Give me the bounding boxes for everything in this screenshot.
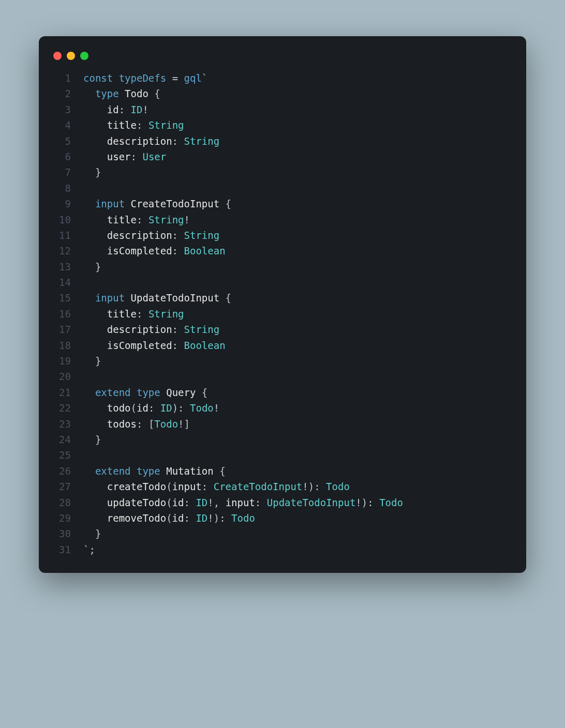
line-content[interactable]: updateTodo(id: ID!, input: UpdateTodoInp…: [83, 495, 403, 510]
code-line[interactable]: 28 updateTodo(id: ID!, input: UpdateTodo…: [53, 495, 512, 510]
token-plain: [83, 340, 107, 351]
code-line[interactable]: 3 id: ID!: [53, 102, 512, 117]
token-field: id: [137, 402, 148, 414]
line-content[interactable]: description: String: [83, 228, 219, 243]
code-line[interactable]: 21 extend type Query {: [53, 385, 512, 400]
code-line[interactable]: 25: [53, 447, 512, 463]
token-plain: [320, 481, 326, 492]
line-number: 7: [53, 164, 71, 180]
line-content[interactable]: title: String: [83, 306, 184, 322]
token-punct: ):: [172, 402, 184, 414]
code-line[interactable]: 19 }: [53, 353, 512, 369]
token-punct: (: [166, 481, 172, 492]
token-kw: type: [137, 465, 160, 477]
token-kw: const: [83, 72, 113, 84]
code-line[interactable]: 18 isCompleted: Boolean: [53, 338, 512, 353]
code-line[interactable]: 6 user: User: [53, 149, 512, 164]
code-line[interactable]: 12 isCompleted: Boolean: [53, 243, 512, 259]
code-line[interactable]: 2 type Todo {: [53, 86, 512, 101]
close-icon[interactable]: [53, 52, 62, 60]
token-punct: }: [95, 434, 101, 445]
token-plain: [214, 465, 219, 477]
code-line[interactable]: 17 description: String: [53, 322, 512, 337]
line-content[interactable]: }: [83, 259, 101, 275]
line-content[interactable]: type Todo {: [83, 86, 160, 101]
code-line[interactable]: 14: [53, 275, 512, 290]
line-content[interactable]: }: [83, 526, 101, 541]
code-line[interactable]: 15 input UpdateTodoInput {: [53, 290, 512, 306]
line-number: 10: [53, 212, 71, 228]
line-content[interactable]: extend type Query {: [83, 385, 207, 400]
token-punct: !: [184, 214, 190, 225]
token-plain: [142, 214, 148, 225]
token-plain: [83, 214, 107, 225]
line-content[interactable]: `;: [83, 542, 95, 557]
token-ty: String: [184, 230, 220, 241]
maximize-icon[interactable]: [80, 52, 88, 60]
code-line[interactable]: 4 title: String: [53, 117, 512, 133]
line-content[interactable]: id: ID!: [83, 102, 148, 117]
token-plain: [178, 324, 184, 335]
code-line[interactable]: 23 todos: [Todo!]: [53, 416, 512, 432]
code-line[interactable]: 1const typeDefs = gql`: [53, 70, 512, 86]
line-content[interactable]: isCompleted: Boolean: [83, 243, 226, 259]
token-ty: UpdateTodoInput: [267, 497, 356, 508]
code-line[interactable]: 20: [53, 369, 512, 384]
line-number: 23: [53, 416, 71, 432]
token-plain: [83, 88, 95, 99]
code-line[interactable]: 5 description: String: [53, 133, 512, 149]
token-ty: ID: [196, 497, 207, 508]
token-punct: :: [255, 497, 261, 508]
line-content[interactable]: removeTodo(id: ID!): Todo: [83, 510, 255, 526]
token-plain: [226, 512, 231, 524]
line-content[interactable]: user: User: [83, 149, 166, 164]
line-content[interactable]: }: [83, 432, 101, 447]
line-number: 29: [53, 510, 71, 526]
token-kw: input: [95, 292, 125, 304]
line-number: 24: [53, 432, 71, 447]
line-content[interactable]: todos: [Todo!]: [83, 416, 190, 432]
code-line[interactable]: 22 todo(id: ID): Todo!: [53, 400, 512, 416]
line-content[interactable]: const typeDefs = gql`: [83, 70, 207, 86]
code-line[interactable]: 31`;: [53, 542, 512, 557]
code-area[interactable]: 1const typeDefs = gql`2 type Todo {3 id:…: [39, 70, 526, 557]
code-line[interactable]: 8: [53, 180, 512, 196]
token-field: id: [172, 497, 184, 508]
token-punct: [: [148, 418, 154, 430]
code-line[interactable]: 30 }: [53, 526, 512, 541]
line-content[interactable]: input UpdateTodoInput {: [83, 290, 231, 306]
line-content[interactable]: todo(id: ID): Todo!: [83, 400, 219, 416]
line-content[interactable]: isCompleted: Boolean: [83, 338, 226, 353]
line-content[interactable]: description: String: [83, 322, 219, 337]
code-line[interactable]: 29 removeTodo(id: ID!): Todo: [53, 510, 512, 526]
minimize-icon[interactable]: [67, 52, 75, 60]
line-number: 22: [53, 400, 71, 416]
code-line[interactable]: 26 extend type Mutation {: [53, 463, 512, 479]
code-editor-window: 1const typeDefs = gql`2 type Todo {3 id:…: [39, 36, 526, 573]
code-line[interactable]: 10 title: String!: [53, 212, 512, 228]
token-plain: [166, 72, 172, 84]
line-content[interactable]: title: String: [83, 117, 184, 133]
line-content[interactable]: }: [83, 353, 101, 369]
line-content[interactable]: }: [83, 164, 101, 180]
code-line[interactable]: 7 }: [53, 164, 512, 180]
code-line[interactable]: 24 }: [53, 432, 512, 447]
line-content[interactable]: createTodo(input: CreateTodoInput!): Tod…: [83, 479, 350, 494]
token-punct: :: [172, 245, 178, 256]
line-content[interactable]: title: String!: [83, 212, 190, 228]
line-content[interactable]: extend type Mutation {: [83, 463, 226, 479]
code-line[interactable]: 27 createTodo(input: CreateTodoInput!): …: [53, 479, 512, 494]
code-line[interactable]: 11 description: String: [53, 228, 512, 243]
line-content[interactable]: input CreateTodoInput {: [83, 196, 231, 211]
token-field: createTodo: [107, 481, 166, 492]
token-plain: [178, 340, 184, 351]
token-plain: [83, 119, 107, 131]
token-punct: :: [148, 402, 154, 414]
token-ty: String: [148, 119, 184, 131]
line-content[interactable]: description: String: [83, 133, 219, 149]
code-line[interactable]: 13 }: [53, 259, 512, 275]
line-number: 3: [53, 102, 71, 117]
code-line[interactable]: 9 input CreateTodoInput {: [53, 196, 512, 211]
token-plain: [83, 151, 107, 162]
code-line[interactable]: 16 title: String: [53, 306, 512, 322]
